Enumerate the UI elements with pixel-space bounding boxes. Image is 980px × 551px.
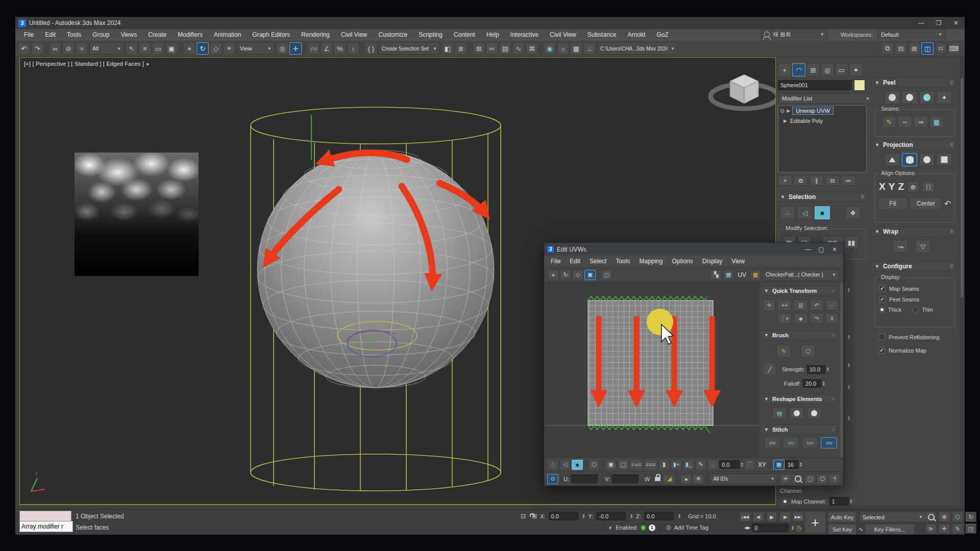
- maxscript-mini-listener[interactable]: [19, 511, 71, 522]
- select-and-rotate-icon[interactable]: ↻: [197, 42, 209, 55]
- stitch-to-average-icon[interactable]: ∪∪: [821, 437, 837, 448]
- menu-item-8[interactable]: Graph Editors: [247, 30, 296, 39]
- v-field[interactable]: [612, 474, 639, 483]
- thin-radio[interactable]: [913, 307, 919, 313]
- angle-snap-icon[interactable]: ∠: [321, 42, 333, 55]
- uv-menu-item-0[interactable]: File: [546, 257, 565, 266]
- configure-rollout-header[interactable]: ▼Configure⠿: [871, 261, 957, 271]
- strength-field[interactable]: 10.0: [807, 365, 825, 374]
- go-to-end-icon[interactable]: ▶▶|: [793, 512, 804, 522]
- align-z-button[interactable]: Z: [898, 181, 904, 192]
- object-name-field[interactable]: Sphere001: [778, 80, 852, 90]
- weld-together-icon[interactable]: ===: [644, 460, 657, 470]
- map-channel-field[interactable]: 1: [829, 497, 849, 506]
- uv-element-mode-icon[interactable]: ⬡: [589, 460, 600, 470]
- adaptive-degradation-icon[interactable]: ◐: [609, 524, 612, 531]
- peel-mode-icon[interactable]: [902, 91, 917, 104]
- menu-item-11[interactable]: Customize: [373, 30, 413, 39]
- spinner-snap-icon[interactable]: ↕: [347, 42, 359, 55]
- scene-explorer-icon[interactable]: ⊞: [473, 42, 485, 55]
- align-x-button[interactable]: X: [879, 181, 886, 192]
- grid-snap-icon[interactable]: ▦: [773, 460, 785, 470]
- maximize-viewport-toggle-icon[interactable]: ◳: [965, 523, 976, 534]
- tab-modify-icon[interactable]: ◠: [792, 63, 805, 77]
- all-ids-dropdown[interactable]: All IDs▼: [710, 473, 777, 484]
- uv-rotate-icon[interactable]: ↻: [560, 270, 571, 280]
- reference-coordinate-dropdown[interactable]: View▼: [237, 42, 275, 55]
- unlink-selection-icon[interactable]: ⊘: [62, 42, 75, 55]
- stitch-custom-icon[interactable]: ∪∪: [764, 437, 780, 448]
- align-left-right-icon[interactable]: ⇔: [825, 299, 839, 311]
- menu-item-0[interactable]: File: [18, 30, 39, 39]
- uv-edge-mode-icon[interactable]: ◁: [559, 460, 571, 470]
- current-frame-field[interactable]: 0: [752, 523, 789, 532]
- keyboard-override-icon[interactable]: ⌨: [948, 42, 960, 55]
- straighten-selection-icon[interactable]: ▤: [772, 407, 787, 419]
- zoom-region-icon[interactable]: ▢: [804, 474, 816, 484]
- tab-hierarchy-icon[interactable]: ⊞: [806, 63, 820, 77]
- window-crossing-icon[interactable]: ▣: [165, 42, 178, 55]
- hide-selected-icon[interactable]: ●: [680, 474, 692, 484]
- selection-filter-dropdown[interactable]: All▼: [89, 42, 124, 55]
- menu-item-12[interactable]: Scripting: [413, 30, 448, 39]
- uv-panel-scrollbar[interactable]: [840, 283, 843, 457]
- zoom-all-icon[interactable]: ⊕: [939, 512, 950, 522]
- named-sets-dropdown[interactable]: Create Selection Set▼: [379, 42, 440, 55]
- u-field[interactable]: [571, 474, 598, 483]
- filter-selected-faces-icon[interactable]: ◢: [664, 474, 675, 484]
- uv-menu-item-7[interactable]: View: [727, 257, 749, 266]
- reshape-elements-header[interactable]: ▼Reshape Elements≡: [761, 394, 838, 404]
- select-element-icon[interactable]: ❖: [845, 206, 861, 219]
- maxscript-listener-line[interactable]: Array modifier r: [19, 521, 73, 532]
- visibility-eye-icon[interactable]: ⊙: [780, 108, 785, 114]
- checker-tiling-icon[interactable]: ▦: [723, 270, 734, 280]
- edit-seams-icon[interactable]: ✎: [882, 116, 896, 128]
- paint-select-icon[interactable]: ✎: [695, 460, 706, 470]
- curve-editor-icon[interactable]: ∿: [512, 42, 525, 55]
- percent-snap-icon[interactable]: %: [334, 42, 346, 55]
- rotate-cw-icon[interactable]: ↷: [810, 313, 823, 324]
- stitch-to-target-icon[interactable]: ∪∪: [783, 437, 799, 448]
- select-by-name-icon[interactable]: ≡: [139, 42, 151, 55]
- falloff-curve-icon[interactable]: ╱: [763, 363, 776, 376]
- menu-item-6[interactable]: Modifiers: [172, 30, 208, 39]
- stitch-to-source-icon[interactable]: ∪∪: [802, 437, 818, 448]
- soft-selection-icon[interactable]: ◌: [707, 460, 719, 470]
- uv-freeform-icon[interactable]: ▣: [584, 270, 596, 280]
- menu-item-18[interactable]: Arnold: [622, 30, 651, 39]
- uv-scale-icon[interactable]: ◇: [572, 270, 583, 280]
- align-to-view-icon[interactable]: ⊕: [907, 181, 919, 192]
- frame-step-icon[interactable]: ◀▶: [744, 525, 750, 530]
- use-pivot-center-icon[interactable]: ◎: [276, 42, 288, 55]
- menu-item-4[interactable]: Views: [115, 30, 142, 39]
- convert-edge-to-seam-icon[interactable]: ⇒: [914, 116, 928, 128]
- stitch-quick-icon[interactable]: ▮_: [683, 460, 694, 470]
- mirror-icon[interactable]: ◧: [442, 42, 454, 55]
- fit-button[interactable]: Fit: [878, 197, 908, 210]
- previous-frame-icon[interactable]: ◀|: [753, 512, 764, 522]
- uv-mirror-icon[interactable]: ◫: [601, 270, 612, 280]
- user-account-dropdown[interactable]: 채 원희▼: [761, 29, 827, 41]
- pin-stack-icon[interactable]: ⌖: [778, 176, 792, 186]
- select-and-manipulate-icon[interactable]: ✛: [289, 42, 302, 55]
- set-key-button[interactable]: Set Key: [828, 524, 856, 535]
- reset-projection-icon[interactable]: ↶: [944, 199, 951, 209]
- select-and-scale-icon[interactable]: ◇: [210, 42, 222, 55]
- uv-vertex-mode-icon[interactable]: ∴: [547, 460, 558, 470]
- stack-row-unwrap[interactable]: ⊙ ▶ Unwrap UVW: [778, 106, 866, 116]
- rotate-ccw-icon[interactable]: ↶: [810, 299, 823, 311]
- help-mode-icon[interactable]: ?: [829, 474, 840, 484]
- open-container-icon[interactable]: ⊟: [895, 42, 907, 55]
- uv-face-mode-icon[interactable]: ■: [572, 460, 583, 470]
- align-horizontal-icon[interactable]: ++: [777, 299, 792, 311]
- time-configuration-icon[interactable]: ◷: [796, 524, 801, 532]
- thick-radio[interactable]: [879, 307, 885, 313]
- wrap-rollout-header[interactable]: ▼Wrap⠿: [871, 227, 957, 237]
- edge-ring-icon[interactable]: ▮▮: [845, 236, 858, 248]
- cylindrical-map-icon[interactable]: [902, 153, 917, 166]
- grid-size-spinner[interactable]: ▲▼: [799, 462, 802, 467]
- space-vertical-icon[interactable]: ⇳: [825, 313, 839, 324]
- y-field[interactable]: -0.0: [596, 512, 626, 520]
- zoom-viewport-icon[interactable]: [925, 512, 937, 522]
- soft-selection-spinner[interactable]: ▲▼: [741, 462, 744, 467]
